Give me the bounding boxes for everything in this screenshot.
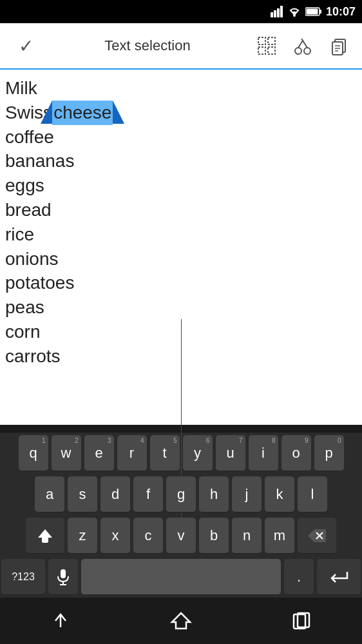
svg-rect-34 [294, 614, 305, 629]
recents-button[interactable] [276, 601, 327, 640]
action-bar-icons [250, 29, 356, 63]
line-rice: rice [5, 222, 357, 247]
status-time: 10:07 [326, 5, 356, 19]
keyboard-top-bar [0, 425, 362, 433]
svg-rect-0 [271, 12, 273, 17]
status-bar: 10:07 [0, 0, 362, 23]
battery-icon [305, 7, 322, 16]
period-key[interactable]: . [284, 559, 314, 595]
copy-button[interactable] [322, 29, 356, 63]
key-g[interactable]: g [166, 476, 196, 512]
key-d[interactable]: d [100, 476, 130, 512]
numbers-key[interactable]: ?123 [1, 559, 45, 595]
svg-marker-26 [308, 529, 326, 542]
key-c[interactable]: c [133, 518, 163, 554]
key-r[interactable]: 4 r [117, 435, 147, 471]
back-icon [49, 609, 72, 632]
swiss-prefix: Swiss [5, 101, 52, 125]
backspace-key[interactable] [298, 518, 336, 554]
line-potatoes: potatoes [5, 271, 357, 295]
line-coffee: coffee [5, 125, 357, 150]
key-z[interactable]: z [68, 518, 97, 554]
key-w[interactable]: 2 w [52, 435, 81, 471]
status-icons: 10:07 [271, 5, 356, 19]
selected-cheese[interactable]: cheese [52, 101, 113, 125]
svg-rect-8 [258, 37, 265, 44]
key-k[interactable]: k [265, 476, 294, 512]
line-milk: Milk [5, 76, 357, 101]
svg-rect-10 [258, 47, 265, 54]
action-bar: ✓ Text selection [0, 23, 362, 70]
key-a[interactable]: a [35, 476, 64, 512]
keyboard: 1 q 2 w 3 e 4 r 5 t 6 y 7 u 8 i [0, 425, 362, 644]
key-b[interactable]: b [199, 518, 229, 554]
key-y[interactable]: 6 y [183, 435, 213, 471]
signal-icon [271, 6, 283, 17]
period-label: . [297, 569, 301, 585]
space-key[interactable] [81, 559, 281, 595]
select-all-button[interactable] [250, 29, 283, 63]
shift-icon [37, 527, 53, 544]
key-m[interactable]: m [265, 518, 294, 554]
line-onions: onions [5, 247, 357, 271]
mic-key[interactable] [48, 559, 78, 595]
key-i[interactable]: 8 i [249, 435, 278, 471]
svg-point-4 [293, 14, 296, 17]
enter-icon [329, 569, 348, 585]
key-p[interactable]: 0 p [314, 435, 344, 471]
check-button[interactable]: ✓ [6, 35, 45, 57]
grid-icon [256, 35, 277, 56]
svg-rect-29 [61, 569, 66, 578]
action-bar-title: Text selection [45, 37, 250, 54]
svg-marker-33 [172, 613, 190, 629]
svg-rect-35 [298, 613, 309, 627]
back-button[interactable] [35, 601, 86, 640]
svg-marker-23 [113, 101, 124, 124]
nav-bar [0, 598, 362, 644]
check-icon: ✓ [19, 35, 33, 57]
key-t[interactable]: 5 t [150, 435, 180, 471]
key-o[interactable]: 9 o [281, 435, 311, 471]
key-v[interactable]: v [166, 518, 196, 554]
key-h[interactable]: h [199, 476, 229, 512]
home-button[interactable] [155, 601, 207, 640]
key-l[interactable]: l [298, 476, 327, 512]
svg-rect-3 [280, 6, 283, 17]
svg-line-14 [298, 41, 303, 48]
backspace-icon [308, 529, 326, 542]
line-bananas: bananas [5, 149, 357, 173]
recents-icon [290, 609, 313, 632]
key-j[interactable]: j [232, 476, 262, 512]
key-f[interactable]: f [133, 476, 163, 512]
key-n[interactable]: n [232, 518, 262, 554]
home-icon [169, 609, 193, 632]
wifi-icon [287, 6, 301, 17]
line-bread: bread [5, 198, 357, 222]
key-q[interactable]: 1 q [19, 435, 48, 471]
line-peas: peas [5, 295, 357, 320]
svg-rect-1 [274, 10, 276, 17]
key-u[interactable]: 7 u [216, 435, 245, 471]
svg-rect-6 [319, 10, 321, 14]
line-swiss-cheese[interactable]: Swiss cheese [5, 101, 357, 125]
key-s[interactable]: s [68, 476, 97, 512]
svg-rect-25 [43, 541, 48, 543]
keyboard-row-4: ?123 . [0, 556, 362, 598]
keyboard-row-2: a s d f g h j k l [0, 474, 362, 515]
keyboard-row-3: z x c v b n m [0, 515, 362, 556]
copy-icon [329, 35, 349, 56]
svg-rect-2 [277, 8, 280, 17]
key-e[interactable]: 3 e [84, 435, 114, 471]
shift-key[interactable] [26, 518, 64, 554]
cut-icon [292, 35, 313, 56]
svg-rect-7 [306, 9, 318, 15]
enter-key[interactable] [317, 559, 361, 595]
numbers-label: ?123 [12, 571, 35, 583]
svg-rect-9 [268, 37, 275, 44]
cut-button[interactable] [286, 29, 319, 63]
line-eggs: eggs [5, 173, 357, 198]
svg-point-13 [304, 48, 310, 54]
key-x[interactable]: x [100, 518, 130, 554]
svg-point-12 [295, 48, 301, 54]
svg-marker-24 [38, 529, 52, 542]
